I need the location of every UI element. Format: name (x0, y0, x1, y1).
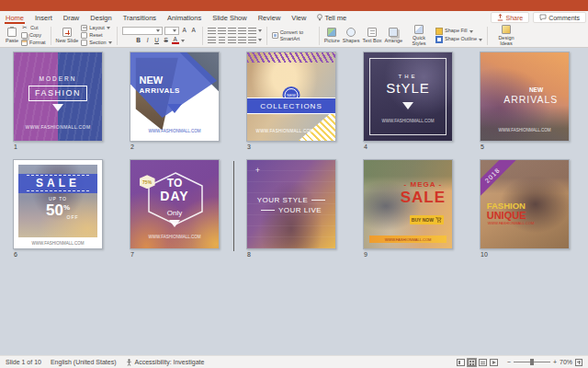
smartart-group: Convert to SmartArt (269, 24, 317, 47)
tab-tell-me[interactable]: Tell me (311, 11, 352, 24)
slide-sorter-view-button[interactable] (468, 359, 476, 366)
shape-fill-button[interactable]: Shape Fill (435, 28, 482, 35)
slide8-line1: YOUR STYLE (253, 196, 331, 204)
tab-draw[interactable]: Draw (58, 11, 85, 24)
zoom-level[interactable]: 70% (560, 359, 572, 365)
quick-styles-icon (414, 25, 424, 34)
tab-home[interactable]: Home (0, 11, 29, 24)
chevron-down-icon (173, 29, 176, 32)
normal-view-button[interactable] (457, 359, 465, 366)
strikethrough-button[interactable]: S (163, 38, 170, 44)
new-slide-button[interactable]: New Slide (56, 28, 79, 43)
slide-sorter: MODERN FASHION WWW.FASHIONMALL.COM 1 NEW… (0, 48, 588, 355)
text-box-icon (368, 28, 377, 37)
shapes-icon (346, 28, 356, 37)
quick-styles-button[interactable]: Quick Styles (405, 25, 433, 46)
tab-animations[interactable]: Animations (162, 11, 207, 24)
zoom-out-button[interactable]: − (507, 359, 511, 365)
tab-design[interactable]: Design (85, 11, 117, 24)
shape-fill-icon (435, 28, 443, 35)
triangle-logo-icon (402, 102, 413, 109)
align-right-button[interactable] (228, 37, 236, 44)
fit-to-window-button[interactable] (575, 359, 582, 366)
copy-label: Copy (29, 33, 41, 39)
grow-font-button[interactable]: A (181, 28, 188, 34)
slide-indicator[interactable]: Slide 1 of 10 (6, 359, 41, 365)
accessibility-icon (126, 359, 132, 366)
decrease-indent-button[interactable] (228, 28, 236, 35)
tell-me-label: Tell me (324, 14, 346, 22)
section-button[interactable]: Section (81, 40, 111, 46)
zoom-slider[interactable] (514, 362, 550, 362)
reset-button[interactable]: Reset (81, 32, 111, 39)
accessibility-label: Accessibility: Investigate (135, 359, 205, 365)
italic-button[interactable]: I (144, 38, 152, 44)
design-ideas-button[interactable]: Design Ideas (492, 25, 520, 46)
numbering-button[interactable] (218, 28, 226, 35)
bold-button[interactable]: B (135, 38, 142, 44)
font-size-select[interactable] (164, 27, 179, 35)
shrink-font-button[interactable]: A (190, 28, 198, 34)
layout-button[interactable]: Layout (81, 25, 111, 31)
convert-to-smartart-button[interactable]: Convert to SmartArt (272, 29, 314, 41)
tab-view[interactable]: View (286, 11, 311, 24)
justify-button[interactable] (238, 37, 246, 44)
plus-mark: + (255, 167, 260, 175)
format-painter-button[interactable]: Format (21, 40, 45, 46)
slide-thumbnail-3[interactable]: NEW COLLECTIONS WWW.FASHIONMALL.COM (246, 52, 336, 142)
comments-button[interactable]: Comments (533, 12, 586, 23)
shapes-button[interactable]: Shapes (343, 28, 360, 43)
slide-number-2: 2 (130, 144, 220, 152)
cut-label: Cut (30, 26, 39, 31)
picture-button[interactable]: Picture (324, 28, 340, 43)
share-button[interactable]: Share (491, 12, 529, 23)
chevron-down-icon (469, 30, 473, 33)
line-spacing-button[interactable] (248, 28, 256, 35)
slide-thumbnail-6[interactable]: SALE UP TO 50% OFF WWW.FASHIONMALL.COM (13, 159, 103, 249)
align-left-button[interactable] (208, 37, 216, 44)
columns-button[interactable] (248, 37, 256, 44)
slide6-title: SALE (36, 177, 80, 190)
tab-review[interactable]: Review (253, 11, 287, 24)
tab-transitions[interactable]: Transitions (118, 11, 162, 24)
copy-button[interactable]: Copy (21, 32, 45, 39)
slide-thumbnail-1[interactable]: MODERN FASHION WWW.FASHIONMALL.COM (13, 52, 103, 142)
shape-outline-button[interactable]: Shape Outline (435, 36, 482, 43)
slide-thumbnail-2[interactable]: NEW ARRIVALS WWW.FASHIONMALL.COM (130, 52, 220, 142)
slide8-line2-text: YOUR LIVE (278, 206, 322, 214)
slide7-line1: TO (130, 178, 219, 189)
bullets-button[interactable] (208, 28, 216, 35)
font-color-button[interactable]: A (172, 37, 179, 45)
format-painter-label: Format (29, 40, 45, 46)
cut-button[interactable]: ✂ Cut (21, 25, 45, 31)
group-separator (487, 27, 488, 45)
section-icon (81, 40, 87, 46)
arrange-button[interactable]: Arrange (385, 28, 403, 43)
underline-button[interactable]: U (153, 38, 161, 44)
slide-thumbnail-5[interactable]: NEW ARRIVALS WWW.FASHIONMALL.COM (480, 52, 570, 142)
group-separator (266, 27, 267, 45)
align-center-button[interactable] (218, 37, 226, 44)
zoom-in-button[interactable]: + (553, 359, 557, 365)
accessibility-status[interactable]: Accessibility: Investigate (126, 359, 205, 366)
slide-thumbnail-4[interactable]: THE StYLE WWW.FASHIONMALL.COM (363, 52, 453, 142)
slide1-title: FASHION (28, 86, 86, 101)
font-name-select[interactable] (122, 27, 163, 35)
increase-indent-button[interactable] (238, 28, 246, 35)
language-indicator[interactable]: English (United States) (51, 359, 117, 365)
text-box-button[interactable]: Text Box (362, 28, 381, 43)
slide-thumbnail-9[interactable]: - MEGA - SALE BUY NOW WWW.FASHIONMALL.CO… (363, 159, 453, 249)
share-label: Share (505, 15, 523, 21)
slide6-percent-number: 50 (46, 201, 63, 219)
zoom-slider-handle[interactable] (530, 359, 534, 365)
slide-thumbnail-8[interactable]: + YOUR STYLE YOUR LIVE (246, 159, 336, 249)
reading-view-button[interactable] (479, 359, 487, 366)
paste-button[interactable]: Paste (6, 28, 18, 43)
section-label: Section (89, 40, 106, 46)
slide4-eyebrow: THE (364, 74, 452, 79)
slide-thumbnail-7[interactable]: 75% TO DAY Only WWW.FASHIONMALL.COM (130, 159, 220, 249)
tab-slide-show[interactable]: Slide Show (207, 11, 253, 24)
tab-insert[interactable]: Insert (29, 11, 58, 24)
slide-show-button[interactable] (490, 359, 498, 366)
slide-thumbnail-10[interactable]: 2018 FASHION UNIQUE WWW.FASHIONMALL.COM (480, 159, 570, 249)
